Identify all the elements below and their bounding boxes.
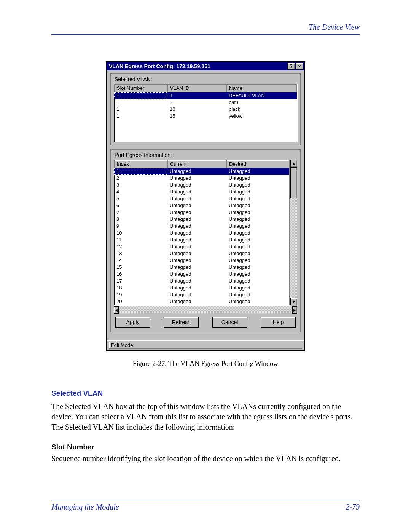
vlan-col-slot[interactable]: Slot Number (114, 84, 167, 92)
selected-vlan-label: Selected VLAN: (114, 76, 153, 82)
egress-cell-index: 17 (114, 278, 167, 284)
egress-cell-desired: Untagged (226, 168, 289, 175)
vlan-col-vlanid[interactable]: VLAN ID (167, 84, 226, 92)
vlan-cell-name: yellow (226, 113, 297, 120)
egress-row[interactable]: 14UntaggedUntagged (114, 257, 289, 264)
egress-row[interactable]: 15UntaggedUntagged (114, 264, 289, 271)
refresh-button[interactable]: Refresh (164, 317, 199, 328)
egress-row[interactable]: 17UntaggedUntagged (114, 278, 289, 284)
egress-cell-index: 20 (114, 298, 167, 305)
apply-button[interactable]: Apply (115, 317, 150, 328)
egress-col-index[interactable]: Index (114, 160, 167, 168)
egress-cell-desired: Untagged (226, 271, 289, 278)
section-body-slot-number: Sequence number identifying the slot loc… (51, 454, 360, 464)
egress-cell-current: Untagged (167, 243, 226, 250)
egress-cell-current: Untagged (167, 189, 226, 195)
egress-cell-desired: Untagged (226, 278, 289, 284)
selected-vlan-group: Selected VLAN: Slot Number VLAN ID Name … (110, 73, 301, 145)
scroll-thumb[interactable] (290, 167, 297, 198)
egress-cell-index: 9 (114, 223, 167, 230)
egress-cell-current: Untagged (167, 291, 226, 298)
title-bar[interactable]: VLAN Egress Port Config: 172.19.59.151 ?… (107, 62, 304, 70)
egress-cell-desired: Untagged (226, 216, 289, 223)
egress-cell-desired: Untagged (226, 230, 289, 236)
help-button[interactable]: Help (261, 317, 296, 328)
vlan-listview[interactable]: Slot Number VLAN ID Name 11DEFAULT VLAN1… (114, 84, 297, 142)
egress-cell-index: 10 (114, 230, 167, 236)
egress-cell-index: 15 (114, 264, 167, 271)
egress-cell-desired: Untagged (226, 291, 289, 298)
egress-row[interactable]: 2UntaggedUntagged (114, 175, 289, 182)
egress-cell-desired: Untagged (226, 264, 289, 271)
egress-row[interactable]: 3UntaggedUntagged (114, 182, 289, 189)
egress-cell-desired: Untagged (226, 250, 289, 257)
vlan-row[interactable]: 11DEFAULT VLAN (114, 92, 297, 99)
egress-row[interactable]: 10UntaggedUntagged (114, 230, 289, 236)
scroll-left-icon[interactable]: ◄ (114, 306, 119, 314)
vertical-scrollbar[interactable]: ▲ ▼ (290, 160, 297, 305)
egress-row[interactable]: 4UntaggedUntagged (114, 189, 289, 195)
page-header-section: The Device View (51, 23, 360, 35)
vlan-row[interactable]: 115yellow (114, 113, 297, 120)
egress-row[interactable]: 16UntaggedUntagged (114, 271, 289, 278)
vlan-cell-id: 15 (167, 113, 226, 120)
egress-cell-index: 13 (114, 250, 167, 257)
footer-left: Managing the Module (51, 503, 119, 511)
egress-cell-current: Untagged (167, 175, 226, 182)
egress-cell-index: 1 (114, 168, 167, 175)
scroll-down-icon[interactable]: ▼ (290, 298, 297, 305)
egress-row[interactable]: 9UntaggedUntagged (114, 223, 289, 230)
egress-cell-desired: Untagged (226, 284, 289, 291)
vlan-header-row: Slot Number VLAN ID Name (114, 84, 297, 92)
egress-row[interactable]: 8UntaggedUntagged (114, 216, 289, 223)
vlan-cell-slot: 1 (114, 99, 167, 106)
egress-cell-current: Untagged (167, 250, 226, 257)
port-egress-label: Port Egress Information: (114, 152, 173, 158)
footer-right: 2-79 (346, 503, 360, 511)
egress-cell-index: 16 (114, 271, 167, 278)
egress-cell-desired: Untagged (226, 236, 289, 243)
hscroll-track[interactable] (119, 306, 292, 313)
scroll-up-icon[interactable]: ▲ (290, 160, 297, 167)
vlan-cell-slot: 1 (114, 113, 167, 120)
egress-col-current[interactable]: Current (167, 160, 226, 168)
egress-cell-desired: Untagged (226, 223, 289, 230)
egress-row[interactable]: 13UntaggedUntagged (114, 250, 289, 257)
egress-row[interactable]: 18UntaggedUntagged (114, 284, 289, 291)
egress-row[interactable]: 12UntaggedUntagged (114, 243, 289, 250)
egress-row[interactable]: 6UntaggedUntagged (114, 202, 289, 209)
vlan-cell-id: 3 (167, 99, 226, 106)
scroll-right-icon[interactable]: ► (292, 306, 297, 314)
egress-cell-desired: Untagged (226, 202, 289, 209)
vlan-cell-name: black (226, 106, 297, 113)
egress-row[interactable]: 5UntaggedUntagged (114, 195, 289, 202)
cancel-button[interactable]: Cancel (212, 317, 247, 328)
egress-cell-current: Untagged (167, 298, 226, 305)
egress-cell-current: Untagged (167, 257, 226, 264)
egress-cell-index: 3 (114, 182, 167, 189)
vlan-row[interactable]: 13pat3 (114, 99, 297, 106)
vlan-cell-name: DEFAULT VLAN (226, 92, 297, 99)
egress-cell-current: Untagged (167, 230, 226, 236)
port-egress-group: Port Egress Information: Index Current D… (110, 149, 301, 332)
egress-row[interactable]: 1UntaggedUntagged (114, 168, 289, 175)
vlan-cell-name: pat3 (226, 99, 297, 106)
egress-col-desired[interactable]: Desired (226, 160, 289, 168)
close-icon[interactable]: × (296, 63, 303, 70)
vlan-row[interactable]: 110black (114, 106, 297, 113)
egress-row[interactable]: 20UntaggedUntagged (114, 298, 289, 305)
egress-row[interactable]: 11UntaggedUntagged (114, 236, 289, 243)
egress-cell-desired: Untagged (226, 243, 289, 250)
horizontal-scrollbar[interactable]: ◄ ► (114, 306, 297, 313)
scroll-track[interactable] (290, 167, 297, 298)
status-bar: Edit Mode. (107, 340, 304, 350)
section-heading-selected-vlan: Selected VLAN (51, 389, 360, 398)
egress-row[interactable]: 7UntaggedUntagged (114, 209, 289, 216)
vlan-col-name[interactable]: Name (226, 84, 297, 92)
egress-cell-current: Untagged (167, 264, 226, 271)
help-icon[interactable]: ? (287, 63, 295, 70)
egress-listview[interactable]: Index Current Desired 1UntaggedUntagged2… (114, 160, 290, 305)
egress-cell-current: Untagged (167, 195, 226, 202)
egress-row[interactable]: 19UntaggedUntagged (114, 291, 289, 298)
vlan-cell-slot: 1 (114, 106, 167, 113)
